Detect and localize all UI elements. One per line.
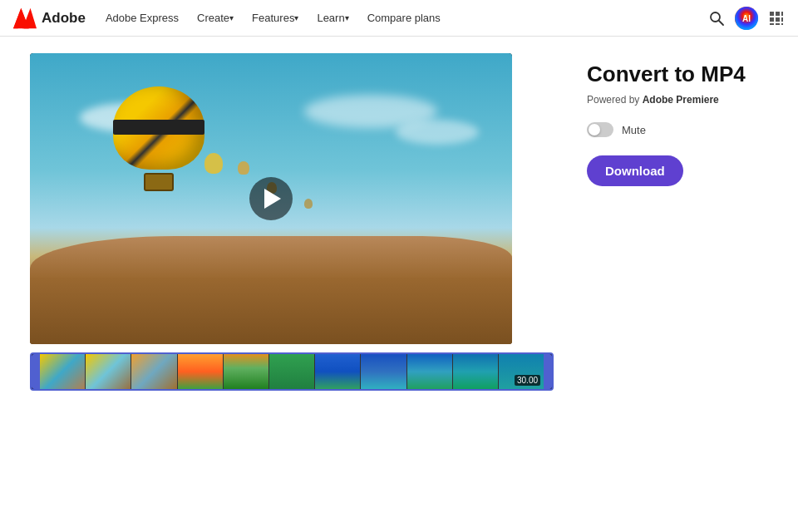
filmstrip-frame-8 xyxy=(361,354,406,389)
svg-line-4 xyxy=(719,21,723,25)
svg-rect-9 xyxy=(781,12,783,16)
filmstrip-frame-9 xyxy=(407,354,453,389)
mute-row: Mute xyxy=(587,122,746,137)
svg-rect-13 xyxy=(770,23,774,25)
svg-text:AI: AI xyxy=(742,14,751,23)
svg-point-3 xyxy=(711,12,720,22)
filmstrip-frame-2 xyxy=(86,354,131,389)
right-panel: Convert to MP4 Powered by Adobe Premiere… xyxy=(587,53,746,391)
svg-rect-10 xyxy=(770,17,774,22)
user-avatar[interactable]: AI xyxy=(735,7,758,30)
nav-right: AI xyxy=(708,7,785,30)
filmstrip-time-label: 30.00 xyxy=(515,375,540,386)
nav-link-create[interactable]: Create xyxy=(189,0,242,37)
filmstrip-last-frame: 30.00 xyxy=(499,354,544,389)
filmstrip[interactable]: 30.00 xyxy=(30,352,554,391)
adobe-logo-icon xyxy=(13,7,37,30)
adobe-premiere-link[interactable]: Adobe Premiere xyxy=(643,94,719,106)
nav-link-learn[interactable]: Learn xyxy=(308,0,357,37)
filmstrip-frame-1 xyxy=(40,354,86,389)
filmstrip-handle-left[interactable] xyxy=(32,354,40,389)
filmstrip-frames: 30.00 xyxy=(40,354,544,389)
nav-link-features[interactable]: Features xyxy=(244,0,307,37)
top-nav: Adobe Adobe Express Create Features Lear… xyxy=(0,0,798,37)
main-content: 30.00 Convert to MP4 Powered by Adobe Pr… xyxy=(0,37,798,407)
mute-label: Mute xyxy=(622,124,646,136)
svg-rect-11 xyxy=(776,17,780,22)
powered-by-text: Powered by Adobe Premiere xyxy=(587,94,746,106)
svg-rect-14 xyxy=(776,23,780,25)
balloon-graphic xyxy=(113,86,204,195)
adobe-logo[interactable]: Adobe xyxy=(13,7,86,30)
adobe-wordmark: Adobe xyxy=(42,10,86,27)
play-icon xyxy=(264,189,281,209)
filmstrip-frame-4 xyxy=(178,354,224,389)
filmstrip-frame-3 xyxy=(131,354,177,389)
video-player[interactable] xyxy=(30,53,512,344)
play-button[interactable] xyxy=(249,177,293,220)
panel-title: Convert to MP4 xyxy=(587,62,746,87)
nav-link-adobe-express[interactable]: Adobe Express xyxy=(97,0,187,37)
svg-rect-15 xyxy=(781,23,783,25)
svg-rect-12 xyxy=(781,17,783,22)
download-button[interactable]: Download xyxy=(587,155,683,186)
nav-links: Adobe Express Create Features Learn Comp… xyxy=(97,0,708,37)
svg-rect-7 xyxy=(770,12,774,16)
apps-grid-icon[interactable] xyxy=(768,10,785,27)
filmstrip-frame-10 xyxy=(453,354,499,389)
filmstrip-frame-6 xyxy=(269,354,315,389)
search-icon[interactable] xyxy=(708,10,725,27)
mute-toggle[interactable] xyxy=(587,122,613,137)
filmstrip-frame-7 xyxy=(315,354,361,389)
filmstrip-frame-5 xyxy=(224,354,269,389)
svg-rect-8 xyxy=(776,12,780,16)
filmstrip-handle-right[interactable] xyxy=(544,354,552,389)
video-section: 30.00 xyxy=(30,53,554,391)
nav-link-compare-plans[interactable]: Compare plans xyxy=(359,0,449,37)
toggle-knob xyxy=(589,124,600,135)
